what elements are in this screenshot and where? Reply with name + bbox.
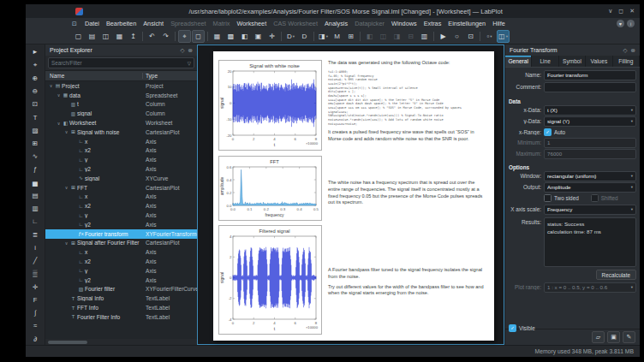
save-project-icon[interactable]: ◫: [99, 30, 112, 43]
minimum-input[interactable]: 1: [544, 138, 636, 148]
zoom-fit-icon[interactable]: ⊡: [464, 30, 477, 43]
menu-einstellungen[interactable]: Einstellungen: [444, 20, 489, 27]
menu-extras[interactable]: Extras: [420, 20, 445, 27]
new-spreadsheet-icon[interactable]: ▦: [211, 30, 224, 43]
tree-row-project-project[interactable]: ∨▤ProjectProject: [45, 81, 197, 91]
two-sided-label[interactable]: Two sided: [554, 195, 579, 201]
undo-icon[interactable]: ↶: [146, 30, 158, 43]
reference-line-tool-icon[interactable]: ╱: [28, 255, 43, 267]
menu-hilfe[interactable]: Hilfe: [489, 20, 509, 27]
tree-row-x-axis[interactable]: ∟xAxis: [45, 193, 197, 202]
float-dock-icon[interactable]: ◇: [623, 47, 628, 54]
tree-row-y2-axis[interactable]: ∟y2Axis: [45, 276, 197, 285]
zoom-in-tool-icon[interactable]: ⊕: [28, 72, 43, 84]
menu-datei[interactable]: Datei: [81, 20, 103, 27]
tab-symbol[interactable]: Symbol: [559, 56, 586, 67]
about-icon[interactable]: i: [627, 20, 635, 27]
tree-row-x2-axis[interactable]: ∟x2Axis: [45, 146, 197, 156]
menu-windows[interactable]: Windows: [388, 20, 420, 27]
donate-icon[interactable]: ♥: [617, 20, 624, 27]
edit-template-icon[interactable]: ✎: [623, 331, 635, 343]
reset-zoom-icon[interactable]: ○: [450, 30, 463, 43]
tree-row-signal-after-fourier-filter-cartesianplot[interactable]: ∨⊞Signal after Fourier FilterCartesianPl…: [45, 239, 197, 248]
tab-line[interactable]: Line: [532, 56, 558, 67]
crosshair-tool-icon[interactable]: ⌖: [28, 59, 43, 71]
tree-row-worksheet-worksheet[interactable]: ∨◧WorksheetWorksheet: [45, 118, 197, 128]
add-text-label-tool-icon[interactable]: T: [28, 111, 43, 123]
expander-icon[interactable]: ∨: [56, 121, 62, 126]
column-header-type[interactable]: Type: [143, 73, 197, 79]
custom-point-tool-icon[interactable]: ✛: [28, 281, 43, 293]
tree-row-y2-axis[interactable]: ∟y2Axis: [45, 164, 197, 174]
expander-icon[interactable]: ∨: [56, 92, 62, 98]
open-project-icon[interactable]: ▤: [86, 30, 98, 43]
search-input[interactable]: Search/Filter ▽: [48, 57, 194, 68]
plot-signal-with-white-noise[interactable]: Signal with white noise20100-10-2002468t…: [218, 60, 322, 151]
tree-row-x-axis[interactable]: ∟xAxis: [45, 137, 197, 146]
tree-row-y-axis[interactable]: ∟yAxis: [45, 266, 197, 276]
tree-row-fft-cartesianplot[interactable]: ∨⊞FFTCartesianPlot: [45, 183, 197, 193]
export-icon[interactable]: ↥: [127, 30, 140, 43]
new-datapicker-icon[interactable]: ✛: [265, 30, 278, 43]
menu-analysis[interactable]: Analysis: [321, 20, 351, 27]
plot-fft[interactable]: FFT0.60.40.20.00.00.10.20.30.40.5frequen…: [218, 156, 322, 221]
name-input[interactable]: Fourier transform: [544, 70, 636, 80]
menu-ansicht[interactable]: Ansicht: [140, 20, 167, 27]
minimize-button[interactable]: ∨: [608, 8, 612, 15]
new-worksheet-icon[interactable]: ◧: [238, 30, 251, 43]
add-fit-icon[interactable]: M: [331, 30, 343, 43]
add-equation-curve-tool-icon[interactable]: ƒ: [28, 163, 43, 175]
shifted-checkbox[interactable]: [591, 194, 599, 202]
add-barchart-tool-icon[interactable]: ▥: [28, 203, 43, 215]
visible-label[interactable]: Visible: [519, 325, 535, 331]
maximize-button[interactable]: ◻: [618, 8, 623, 15]
reference-range-tool-icon[interactable]: ▒: [28, 268, 43, 280]
tree-row-fft-info-textlabel[interactable]: TFFT InfoTextLabel: [45, 303, 197, 312]
y-data-combobox[interactable]: signal (Y)▾: [544, 116, 636, 127]
zoom-select-tool-icon[interactable]: ⊡: [28, 98, 43, 110]
tree-row-x-axis[interactable]: ∟xAxis: [45, 247, 197, 257]
float-panel-icon[interactable]: ◇: [181, 47, 185, 54]
tab-filling[interactable]: Filling: [613, 56, 640, 67]
expander-icon[interactable]: ∨: [63, 240, 69, 246]
x-data-combobox[interactable]: t (X)▾: [544, 105, 636, 116]
navigate-mode-icon[interactable]: ⌖: [178, 30, 191, 43]
print-icon[interactable]: ▦: [113, 30, 126, 43]
tree-row-fourier-filter-xyfourierfiltercurve[interactable]: ▨Fourier filterXYFourierFilterCurve: [45, 285, 197, 294]
magnification-icon[interactable]: ◫▾: [497, 30, 510, 43]
text-label-filter-info[interactable]: A Fourier bandpass filter tuned to the s…: [328, 267, 487, 300]
menu-bearbeiten[interactable]: Bearbeiten: [103, 20, 140, 27]
tree-row-x2-axis[interactable]: ∟x2Axis: [45, 201, 197, 211]
worksheet-view[interactable]: Signal with white noise20100-10-2002468t…: [197, 45, 504, 345]
smooth-tool-icon[interactable]: ≈: [28, 320, 43, 332]
close-panel-icon[interactable]: ⊗: [188, 47, 193, 54]
two-sided-checkbox[interactable]: [544, 194, 552, 202]
differentiate-tool-icon[interactable]: ∂: [28, 333, 43, 345]
tree-row-fourier-transform-xyfouriertransformcurve[interactable]: ƒxFourier transformXYFourierTransformCur…: [45, 229, 197, 239]
close-dock-icon[interactable]: ⊗: [631, 47, 635, 54]
save-template-icon[interactable]: ▣: [607, 331, 620, 343]
auto-label[interactable]: Auto: [554, 129, 565, 135]
visible-checkbox[interactable]: ✓: [509, 324, 516, 332]
tree-horizontal-scrollbar[interactable]: [45, 339, 197, 345]
expander-icon[interactable]: ∨: [63, 129, 69, 134]
redo-icon[interactable]: ↷: [159, 30, 172, 43]
tree-row-signal-with-noise-cartesianplot[interactable]: ∨⊞Signal with noiseCartesianPlot: [45, 128, 197, 137]
close-button[interactable]: ✕: [629, 8, 635, 15]
tree-row-data-spreadsheet[interactable]: ∨▦dataSpreadsheet: [45, 91, 197, 100]
add-cartesian-plot-tool-icon[interactable]: ⊞: [28, 138, 43, 150]
zoom-out-tool-icon[interactable]: ⊖: [28, 86, 43, 98]
add-info-element-tool-icon[interactable]: i: [28, 242, 43, 254]
tree-row-signal-xycurve[interactable]: ∿signalXYCurve: [45, 174, 197, 183]
add-boxplot-tool-icon[interactable]: ▤: [28, 190, 43, 202]
filter-icon[interactable]: ▽: [188, 61, 191, 66]
add-image-tool-icon[interactable]: ▨: [28, 124, 43, 136]
new-note-icon[interactable]: ▣: [252, 30, 265, 43]
tree-row-signal-column[interactable]: ▥signalColumn: [45, 109, 197, 118]
panel-toggle-icon[interactable]: ▥: [418, 30, 431, 43]
plot-range-combobox[interactable]: 1 : x = 0 .. 0.5, y = 0 .. 0.6▾: [544, 282, 636, 293]
expander-icon[interactable]: ∨: [48, 83, 54, 88]
add-plot-icon[interactable]: ◨▾: [317, 30, 330, 43]
tree-row-signal-info-textlabel[interactable]: TSignal InfoTextLabel: [45, 294, 197, 303]
new-matrix-icon[interactable]: ▩: [224, 30, 237, 43]
